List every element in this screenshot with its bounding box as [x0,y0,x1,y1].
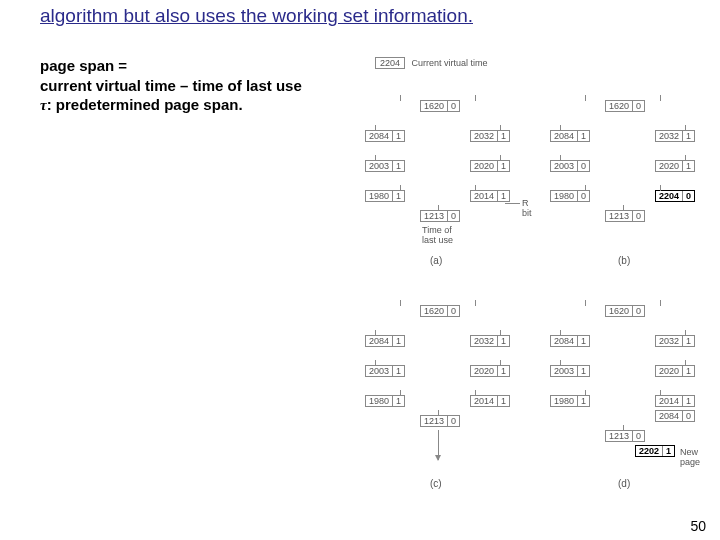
sub-a: (a) [430,255,442,266]
a-r2-r: 20201 [470,160,510,172]
c-top: 16200 [420,305,460,317]
d-r2-r: 20201 [655,365,695,377]
b-r2-l: 20030 [550,160,590,172]
slide-title: algorithm but also uses the working set … [40,5,700,27]
time-label-2: last use [422,235,453,245]
r-bit-label: R bit [522,198,532,218]
sub-c: (c) [430,478,442,489]
d-r1-r: 20321 [655,335,695,347]
desc-line-2: current virtual time – time of last use [40,76,302,96]
c-r2-l: 20031 [365,365,405,377]
panel-a: 16200 20841 20321 20031 20201 19801 2014… [350,80,530,250]
cvt-header: 2204 Current virtual time [375,57,488,69]
panel-c: 16200 20841 20321 20031 20201 19801 2014… [350,285,530,475]
desc-line-1: page span = [40,56,302,76]
d-bottom: 12130 [605,430,645,442]
cvt-label: Current virtual time [412,58,488,68]
panel-b: 16200 20841 20321 20030 20201 19800 2204… [540,80,710,250]
c-r1-l: 20841 [365,335,405,347]
b-r3-l: 19800 [550,190,590,202]
b-r3-r-hi: 22040 [655,190,695,202]
arrow-down-icon [438,430,439,460]
c-r3-l: 19801 [365,395,405,407]
a-r3-r: 20141 [470,190,510,202]
desc-line-3-rest: : predetermined page span. [47,96,243,113]
d-r2-l: 20031 [550,365,590,377]
sub-d: (d) [618,478,630,489]
panel-d: 16200 20841 20321 20031 20201 19801 2014… [540,285,720,475]
new-page-label: New page [680,447,720,467]
c-r1-r: 20321 [470,335,510,347]
tau-symbol: τ [40,97,47,113]
b-r1-l: 20841 [550,130,590,142]
d-r3-l: 19801 [550,395,590,407]
a-r1-l: 20841 [365,130,405,142]
b-top: 16200 [605,100,645,112]
c-r2-r: 20201 [470,365,510,377]
b-r1-r: 20321 [655,130,695,142]
a-r1-r: 20321 [470,130,510,142]
sub-b: (b) [618,255,630,266]
d-r1-l: 20841 [550,335,590,347]
slide-number: 50 [690,518,706,534]
description-block: page span = current virtual time – time … [40,56,302,116]
b-bottom: 12130 [605,210,645,222]
c-bottom: 12130 [420,415,460,427]
c-r3-r: 20141 [470,395,510,407]
d-top: 16200 [605,305,645,317]
d-r3b: 20840 [655,410,695,422]
d-r3-r: 20141 [655,395,695,407]
b-r2-r: 20201 [655,160,695,172]
a-r3-l: 19801 [365,190,405,202]
desc-line-3: τ: predetermined page span. [40,95,302,116]
a-bottom: 12130 [420,210,460,222]
a-top: 16200 [420,100,460,112]
a-r2-l: 20031 [365,160,405,172]
cvt-value-box: 2204 [375,57,405,69]
d-new-page: 22021 [635,445,675,457]
time-label-1: Time of [422,225,452,235]
